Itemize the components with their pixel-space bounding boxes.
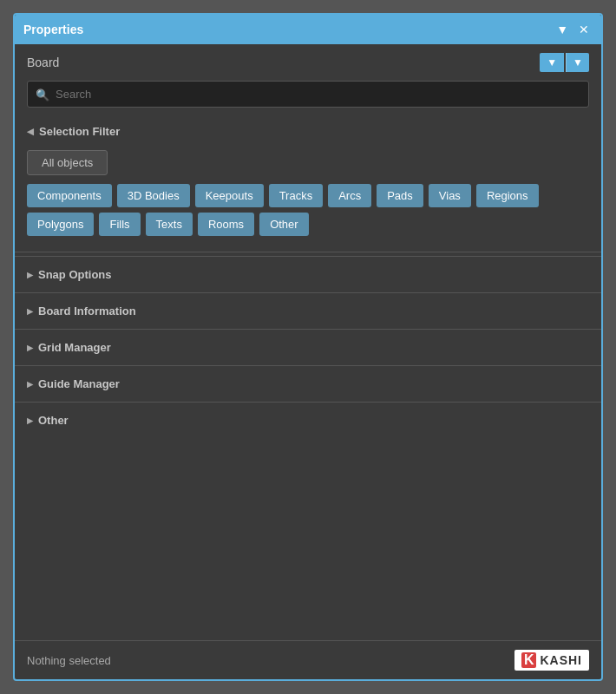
panel-title: Properties [23, 23, 83, 36]
guide-manager-header[interactable]: ▶ Guide Manager [15, 366, 601, 402]
other-header[interactable]: ▶ Other [15, 403, 601, 438]
grid-manager-header[interactable]: ▶ Grid Manager [15, 330, 601, 365]
tag-regions[interactable]: Regions [476, 184, 539, 207]
board-row: Board ▼ ▼ [15, 44, 601, 81]
tag-arcs[interactable]: Arcs [328, 184, 371, 207]
tag-tracks[interactable]: Tracks [269, 184, 324, 207]
panel-header: Properties ▼ ✕ [15, 15, 601, 44]
status-text: Nothing selected [27, 654, 111, 667]
board-info-arrow: ▶ [27, 307, 33, 316]
search-container: 🔍 [27, 81, 589, 108]
tag-vias[interactable]: Vias [429, 184, 471, 207]
grid-manager-section: ▶ Grid Manager [15, 329, 601, 365]
selection-filter-content: All objects Components 3D Bodies Keepout… [27, 145, 589, 245]
snap-options-header[interactable]: ▶ Snap Options [15, 257, 601, 292]
other-label: Other [38, 414, 69, 427]
board-info-section: ▶ Board Information [15, 292, 601, 329]
tag-3d-bodies[interactable]: 3D Bodies [117, 184, 190, 207]
grid-manager-arrow: ▶ [27, 344, 33, 352]
selection-filter-label: Selection Filter [39, 125, 120, 138]
kashi-brand-text: KASHI [540, 653, 582, 667]
search-row: 🔍 [15, 81, 601, 116]
snap-options-arrow: ▶ [27, 271, 33, 279]
tag-rooms[interactable]: Rooms [198, 213, 254, 236]
minimize-button[interactable]: ▼ [553, 22, 572, 37]
properties-panel: Properties ▼ ✕ Board ▼ ▼ 🔍 [13, 13, 603, 681]
panel-body: Board ▼ ▼ 🔍 ◀ Selection Filter [15, 44, 601, 679]
guide-manager-label: Guide Manager [38, 377, 120, 390]
board-info-header[interactable]: ▶ Board Information [15, 293, 601, 329]
selection-filter-section: ◀ Selection Filter All objects Component… [15, 116, 601, 252]
board-info-label: Board Information [38, 304, 136, 318]
tag-fills[interactable]: Fills [99, 213, 140, 236]
all-objects-button[interactable]: All objects [27, 150, 108, 175]
search-input[interactable] [27, 81, 589, 108]
header-controls: ▼ ✕ [553, 22, 593, 37]
tag-components[interactable]: Components [27, 184, 112, 207]
kashi-k-icon: K [521, 652, 537, 668]
board-controls: ▼ ▼ [540, 53, 589, 72]
tag-polygons[interactable]: Polygons [27, 213, 94, 236]
grid-manager-label: Grid Manager [38, 341, 111, 354]
close-button[interactable]: ✕ [575, 22, 593, 37]
snap-options-label: Snap Options [38, 268, 112, 281]
selection-filter-arrow: ◀ [27, 127, 34, 136]
snap-options-section: ▶ Snap Options [15, 256, 601, 292]
selection-filter-header[interactable]: ◀ Selection Filter [27, 116, 589, 145]
board-dropdown-button[interactable]: ▼ [566, 53, 589, 72]
filter-tags: Components 3D Bodies Keepouts Tracks Arc… [27, 184, 589, 236]
board-label: Board [27, 56, 59, 69]
tag-keepouts[interactable]: Keepouts [195, 184, 264, 207]
kashi-logo: K KASHI [514, 650, 589, 671]
other-section: ▶ Other [15, 402, 601, 438]
guide-manager-arrow: ▶ [27, 380, 33, 389]
tag-texts[interactable]: Texts [146, 213, 193, 236]
tag-other[interactable]: Other [259, 213, 309, 236]
filter-button[interactable]: ▼ [540, 53, 564, 72]
other-arrow: ▶ [27, 416, 33, 425]
tag-pads[interactable]: Pads [377, 184, 423, 207]
guide-manager-section: ▶ Guide Manager [15, 365, 601, 402]
panel-footer: Nothing selected K KASHI [15, 640, 601, 679]
